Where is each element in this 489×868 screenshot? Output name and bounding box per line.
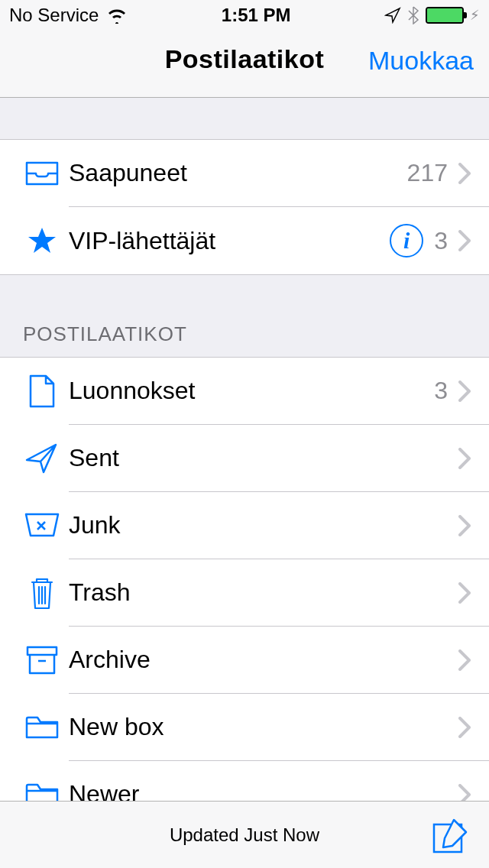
location-icon	[384, 7, 401, 24]
smart-mailboxes-list: Saapuneet 217 VIP-lähettäjät i 3	[0, 140, 489, 275]
mailbox-count: 3	[434, 377, 448, 405]
mailbox-count: 217	[407, 159, 448, 187]
chevron-right-icon	[455, 649, 474, 671]
mailbox-junk[interactable]: Junk	[0, 492, 489, 559]
battery-icon	[426, 7, 464, 24]
trash-icon	[15, 576, 69, 610]
nav-bar: Postilaatikot Muokkaa	[0, 31, 489, 98]
mailbox-drafts[interactable]: Luonnokset 3	[0, 358, 489, 425]
info-button[interactable]: i	[390, 224, 423, 257]
mailbox-count: 3	[434, 227, 448, 255]
star-icon	[15, 225, 69, 256]
bluetooth-icon	[407, 6, 419, 24]
mailbox-label: New box	[69, 713, 455, 741]
chevron-right-icon	[455, 163, 474, 184]
mailbox-label: Junk	[69, 511, 455, 539]
mailbox-inbox[interactable]: Saapuneet 217	[0, 140, 489, 207]
inbox-icon	[15, 161, 69, 186]
carrier-text: No Service	[9, 5, 99, 26]
drafts-icon	[15, 374, 69, 408]
status-left: No Service	[9, 5, 128, 26]
mailbox-label: Trash	[69, 578, 455, 607]
mailbox-label: Archive	[69, 646, 455, 674]
clock: 1:51 PM	[222, 5, 291, 26]
mailbox-label: Sent	[69, 444, 455, 472]
mailbox-label: Luonnokset	[69, 377, 434, 405]
junk-icon	[15, 513, 69, 539]
chevron-right-icon	[455, 448, 474, 469]
toolbar: Updated Just Now	[0, 801, 489, 868]
chevron-right-icon	[455, 717, 474, 738]
mailbox-sent[interactable]: Sent	[0, 425, 489, 492]
archive-icon	[15, 646, 69, 675]
mailbox-archive[interactable]: Archive	[0, 627, 489, 694]
mailbox-label: VIP-lähettäjät	[69, 227, 390, 255]
mailbox-label: Saapuneet	[69, 159, 407, 187]
account-mailboxes-list: Luonnokset 3 Sent Junk	[0, 358, 489, 828]
sent-icon	[15, 442, 69, 475]
folder-icon	[15, 714, 69, 740]
mailbox-folder[interactable]: New box	[0, 694, 489, 761]
sync-status: Updated Just Now	[170, 824, 319, 846]
charging-icon: ⚡︎	[470, 7, 480, 24]
mailbox-trash[interactable]: Trash	[0, 559, 489, 627]
status-right: ⚡︎	[384, 6, 480, 24]
status-bar: No Service 1:51 PM ⚡︎	[0, 0, 489, 31]
chevron-right-icon	[455, 381, 474, 402]
chevron-right-icon	[455, 230, 474, 251]
wifi-icon	[106, 7, 128, 24]
chevron-right-icon	[455, 582, 474, 604]
edit-button[interactable]: Muokkaa	[368, 46, 474, 76]
section-header: POSTILAATIKOT	[0, 275, 489, 358]
section-spacer	[0, 98, 489, 140]
mailbox-vip[interactable]: VIP-lähettäjät i 3	[0, 207, 489, 274]
compose-button[interactable]	[429, 815, 469, 855]
chevron-right-icon	[455, 515, 474, 536]
